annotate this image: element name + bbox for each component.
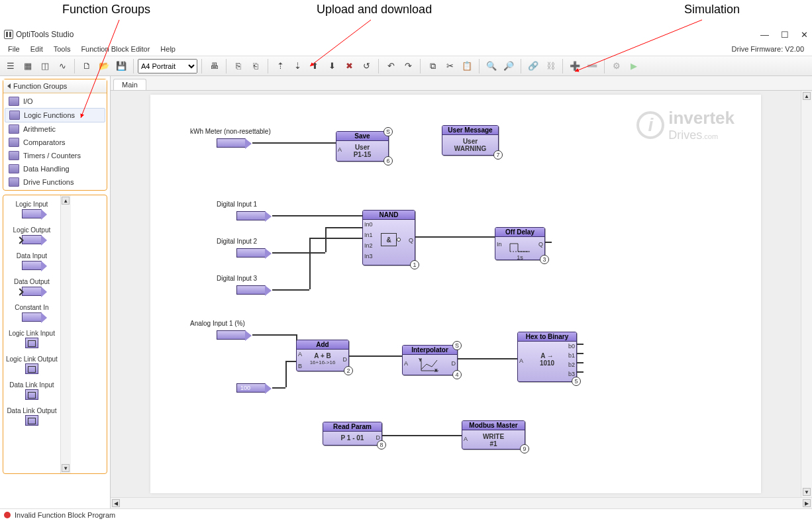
build-icon[interactable]: ⚙ [609, 58, 625, 74]
copy-icon[interactable]: ⧉ [425, 58, 440, 74]
cut-icon[interactable]: ✂ [442, 58, 458, 74]
source-ai1[interactable] [217, 330, 246, 340]
block-save[interactable]: Save A User P1-15 S 6 [336, 131, 389, 162]
palette-scrollbar[interactable]: ▲ ▼ [60, 195, 71, 473]
redo-icon[interactable]: ↷ [400, 58, 416, 74]
block-off-delay[interactable]: Off Delay In Q 1s 3 [495, 227, 545, 260]
block-line: P 1 - 01 [327, 434, 378, 442]
folder-icon [9, 177, 19, 187]
port-stub [577, 344, 584, 345]
canvas-vscrollbar[interactable]: ▲ ▼ [801, 91, 812, 497]
refresh-icon[interactable]: ↺ [358, 58, 374, 74]
fg-label: Data Handling [23, 165, 70, 173]
wire [285, 361, 287, 387]
block-modbus-master[interactable]: Modbus Master A WRITE #1 9 [462, 420, 525, 450]
palette-logic-input[interactable]: Logic Input [6, 201, 58, 220]
menu-function-block-editor[interactable]: Function Block Editor [76, 44, 155, 54]
scroll-right-icon[interactable]: ▶ [803, 499, 811, 507]
link-icon[interactable]: 🔗 [525, 58, 541, 74]
open-file-icon[interactable]: 📂 [96, 58, 112, 74]
palette-logic-link-input[interactable]: Logic Link Input [6, 330, 58, 349]
label-di2: Digital Input 2 [217, 238, 257, 245]
view-list-icon[interactable]: ☰ [3, 58, 19, 74]
port-s: S [452, 341, 462, 350]
fg-item-arithmetic[interactable]: Arithmetic [5, 122, 105, 136]
save-file-icon[interactable]: 💾 [113, 58, 129, 74]
menu-file[interactable]: File [3, 44, 25, 54]
function-groups-header[interactable]: Function Groups [3, 79, 107, 93]
scroll-down-icon[interactable]: ▼ [803, 488, 811, 496]
fg-item-data-handling[interactable]: Data Handling [5, 162, 105, 175]
source-kwh-meter[interactable] [217, 138, 246, 148]
scroll-up-icon[interactable]: ▲ [62, 197, 70, 205]
fg-item-drive-functions[interactable]: Drive Functions [5, 175, 105, 189]
block-interpolator[interactable]: Interpolator A D XY S 4 [402, 345, 458, 375]
window-maximize-button[interactable]: ☐ [781, 30, 789, 40]
source-di2[interactable] [236, 248, 266, 258]
zoom-out-icon[interactable]: 🔎 [501, 58, 517, 74]
fg-item-io[interactable]: I/O [5, 95, 105, 108]
palette-data-output[interactable]: Data Output [6, 278, 58, 297]
palette-logic-link-output[interactable]: Logic Link Output [6, 355, 58, 375]
fg-item-timers-counters[interactable]: Timers / Counters [5, 149, 105, 162]
palette-label: Data Input [17, 252, 47, 260]
window-close-button[interactable]: ✕ [801, 30, 808, 40]
block-title: Hex to Binary [518, 332, 576, 342]
fg-item-logic-functions[interactable]: Logic Functions [5, 108, 105, 122]
block-nand[interactable]: NAND In0 In1 In2 In3 Q & 1 [362, 210, 415, 265]
app-title: OptiTools Studio [16, 30, 74, 39]
block-user-message[interactable]: User Message User WARNING 7 [442, 125, 499, 156]
menu-tools[interactable]: Tools [48, 44, 76, 54]
palette-label: Constant In [15, 304, 48, 311]
wire [325, 227, 327, 252]
view-grid-icon[interactable]: ▦ [20, 58, 36, 74]
download-to-drive-icon[interactable]: ⇣ [289, 58, 305, 74]
new-file-icon[interactable]: 🗋 [79, 58, 95, 74]
view-scope-icon[interactable]: ∿ [54, 58, 70, 74]
canvas[interactable]: i invertek Drives.com kWh Meter (non-res… [150, 95, 761, 493]
folder-icon [9, 124, 19, 134]
remove-block-icon[interactable]: ➖ [584, 58, 600, 74]
palette-logic-output[interactable]: Logic Output [6, 226, 58, 246]
paste-icon[interactable]: 📋 [459, 58, 475, 74]
source-di1[interactable] [236, 211, 266, 220]
download-project-icon[interactable]: ⬇ [324, 58, 340, 74]
scroll-up-icon[interactable]: ▲ [803, 92, 811, 100]
palette-data-input[interactable]: Data Input [6, 252, 58, 271]
wire [382, 435, 462, 436]
add-block-icon[interactable]: ➕ [567, 58, 583, 74]
tab-main[interactable]: Main [113, 79, 146, 90]
paper-size-select[interactable]: A4 Portrait [138, 59, 197, 73]
upload-project-icon[interactable]: ⬆ [307, 58, 323, 74]
upload-from-drive-icon[interactable]: ⇡ [272, 58, 288, 74]
zoom-in-icon[interactable]: 🔍 [483, 58, 499, 74]
block-title: Modbus Master [462, 421, 525, 430]
undo-icon[interactable]: ↶ [383, 58, 399, 74]
palette-constant-in[interactable]: Constant In [6, 304, 58, 323]
fg-item-comparators[interactable]: Comparators [5, 136, 105, 149]
port-b2: b2 [568, 361, 575, 368]
drive-config-1-icon[interactable]: ⎘ [230, 58, 246, 74]
block-read-param[interactable]: Read Param D P 1 - 01 8 [323, 422, 382, 446]
delete-from-drive-icon[interactable]: ✖ [341, 58, 357, 74]
scroll-down-icon[interactable]: ▼ [62, 464, 70, 472]
run-simulation-icon[interactable]: ▶ [626, 58, 642, 74]
block-hex-to-binary[interactable]: Hex to Binary A b0 b1 b2 b3 A → 1010 5 [517, 332, 577, 382]
print-icon[interactable]: 🖶 [206, 58, 222, 74]
drive-config-2-icon[interactable]: ⎗ [248, 58, 264, 74]
port-a: A [519, 357, 523, 364]
scroll-left-icon[interactable]: ◀ [112, 499, 120, 507]
view-editor-icon[interactable]: ◫ [37, 58, 53, 74]
nand-symbol: & [386, 236, 391, 244]
source-di3[interactable] [236, 285, 266, 295]
window-minimize-button[interactable]: — [760, 30, 769, 40]
unlink-icon[interactable]: ⛓ [542, 58, 558, 74]
block-title: NAND [363, 211, 415, 220]
canvas-hscrollbar[interactable]: ◀ ▶ [111, 497, 812, 508]
palette-data-link-output[interactable]: Data Link Output [6, 407, 58, 426]
palette-data-link-input[interactable]: Data Link Input [6, 381, 58, 401]
menu-edit[interactable]: Edit [25, 44, 48, 54]
menu-help[interactable]: Help [155, 44, 181, 54]
block-add[interactable]: Add A B D A + B 16+16->16 2 [296, 340, 349, 371]
wire [349, 355, 402, 357]
